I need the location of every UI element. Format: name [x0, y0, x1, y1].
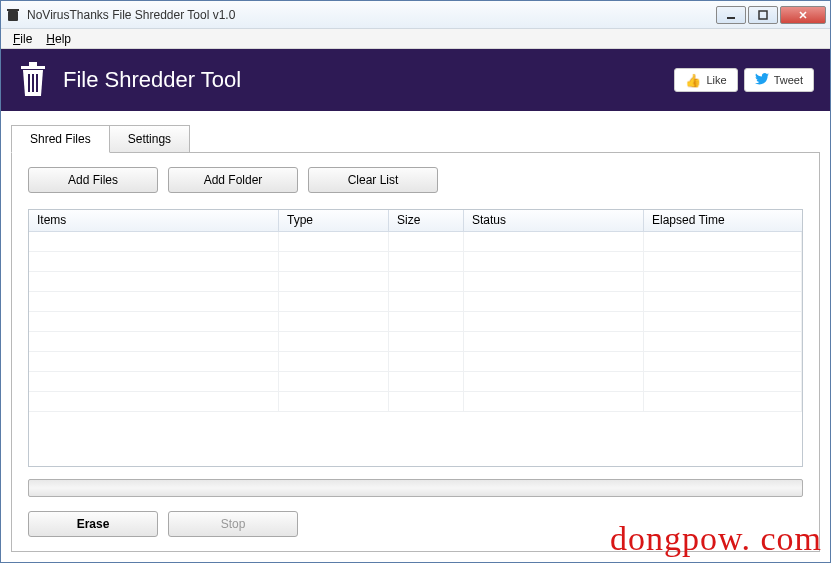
close-button[interactable] [780, 6, 826, 24]
column-status[interactable]: Status [464, 210, 644, 231]
column-elapsed[interactable]: Elapsed Time [644, 210, 802, 231]
window-title: NoVirusThanks File Shredder Tool v1.0 [27, 8, 716, 22]
like-label: Like [706, 74, 726, 86]
menubar: File Help [1, 29, 830, 49]
svg-rect-2 [727, 17, 735, 19]
table-row [29, 352, 802, 372]
app-icon [5, 7, 21, 23]
column-size[interactable]: Size [389, 210, 464, 231]
table-row [29, 252, 802, 272]
column-type[interactable]: Type [279, 210, 389, 231]
column-items[interactable]: Items [29, 210, 279, 231]
table-row [29, 292, 802, 312]
tab-shred-files[interactable]: Shred Files [11, 125, 110, 153]
table-row [29, 332, 802, 352]
titlebar: NoVirusThanks File Shredder Tool v1.0 [1, 1, 830, 29]
table-row [29, 312, 802, 332]
clear-list-button[interactable]: Clear List [308, 167, 438, 193]
table-row [29, 272, 802, 292]
file-table: Items Type Size Status Elapsed Time [28, 209, 803, 467]
menu-file[interactable]: File [7, 30, 38, 48]
tab-settings[interactable]: Settings [109, 125, 190, 152]
svg-rect-5 [29, 62, 37, 66]
svg-rect-3 [759, 11, 767, 19]
erase-button[interactable]: Erase [28, 511, 158, 537]
trash-icon [17, 62, 49, 98]
table-row [29, 372, 802, 392]
svg-rect-7 [32, 74, 34, 92]
header-band: File Shredder Tool 👍 Like Tweet [1, 49, 830, 111]
tweet-label: Tweet [774, 74, 803, 86]
like-button[interactable]: 👍 Like [674, 68, 737, 92]
table-row [29, 232, 802, 252]
tweet-button[interactable]: Tweet [744, 68, 814, 92]
twitter-icon [755, 73, 769, 88]
svg-rect-4 [21, 66, 45, 69]
stop-button[interactable]: Stop [168, 511, 298, 537]
maximize-button[interactable] [748, 6, 778, 24]
table-row [29, 392, 802, 412]
svg-rect-6 [28, 74, 30, 92]
tab-body: Add Files Add Folder Clear List Items Ty… [11, 153, 820, 552]
header-title: File Shredder Tool [63, 67, 668, 93]
menu-help[interactable]: Help [40, 30, 77, 48]
tabstrip: Shred Files Settings [11, 125, 820, 153]
thumbs-up-icon: 👍 [685, 73, 701, 88]
add-files-button[interactable]: Add Files [28, 167, 158, 193]
progress-bar [28, 479, 803, 497]
minimize-button[interactable] [716, 6, 746, 24]
svg-rect-1 [7, 9, 19, 11]
svg-rect-8 [36, 74, 38, 92]
add-folder-button[interactable]: Add Folder [168, 167, 298, 193]
table-body [29, 232, 802, 466]
svg-rect-0 [8, 11, 18, 21]
